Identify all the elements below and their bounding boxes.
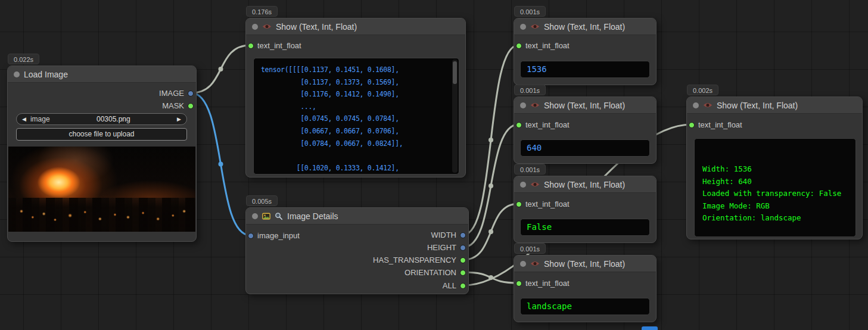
execution-time-badge: 0.001s <box>514 85 546 95</box>
execution-time-badge: 0.002s <box>687 85 718 95</box>
output-port-all[interactable] <box>460 283 466 289</box>
output-port-width[interactable] <box>460 232 466 238</box>
collapse-dot-icon[interactable] <box>520 261 526 267</box>
node-title-bar[interactable]: Show (Text, Int, Float) <box>514 18 656 35</box>
output-slot-width: WIDTH <box>246 229 468 241</box>
node-title-text: Show (Text, Int, Float) <box>717 101 798 110</box>
collapse-dot-icon[interactable] <box>14 71 20 77</box>
node-show-transparency[interactable]: 0.001s Show (Text, Int, Float) text_int_… <box>514 176 657 243</box>
node-title-bar[interactable]: Show (Text, Int, Float) <box>514 176 656 193</box>
input-label: text_int_float <box>525 279 570 288</box>
execution-time-badge: 0.001s <box>514 164 546 175</box>
comfyui-graph: { "app": "ComfyUI node graph", "colors":… <box>0 0 868 330</box>
input-slot-text-int-float: text_int_float <box>514 119 656 131</box>
node-title-bar[interactable]: Show (Text, Int, Float) <box>514 256 656 272</box>
collapse-dot-icon[interactable] <box>520 102 526 108</box>
details-output-box[interactable]: Width: 1536 Height: 640 Loaded with tran… <box>694 138 856 237</box>
node-show-all[interactable]: 0.002s Show (Text, Int, Float) text_int_… <box>686 96 863 239</box>
execution-time-badge: 0.176s <box>246 6 278 17</box>
input-port-text-int-float[interactable] <box>689 122 695 128</box>
image-icon <box>262 212 270 220</box>
node-title-bar[interactable]: Image Details <box>246 208 468 225</box>
node-load-image[interactable]: 0.022s Load Image IMAGE MASK ◀ image 003… <box>7 66 197 242</box>
collapse-dot-icon[interactable] <box>693 102 699 108</box>
image-filename-combo[interactable]: ◀ image 00305.png ▶ <box>16 113 187 125</box>
output-slot-mask: MASK <box>8 100 196 112</box>
tensor-output-text: tensor([[[[0.1137, 0.1451, 0.1608], [0.1… <box>254 58 459 175</box>
output-label: HAS_TRANSPARENCY <box>373 254 456 266</box>
execution-time-badge: 0.001s <box>514 6 546 17</box>
value-display[interactable]: 1536 <box>520 61 650 78</box>
eye-icon <box>530 260 540 267</box>
input-label: text_int_float <box>525 120 570 129</box>
node-image-details[interactable]: 0.005s Image Details image_input WIDTH H… <box>245 207 469 294</box>
output-slot-image: IMAGE <box>8 88 196 99</box>
node-title-text: Show (Text, Int, Float) <box>544 22 625 32</box>
execution-time-badge: 0.005s <box>246 195 278 206</box>
eye-icon <box>530 23 540 30</box>
input-label: text_int_float <box>257 41 301 50</box>
input-port-text-int-float[interactable] <box>516 122 522 128</box>
input-label: text_int_float <box>525 41 570 50</box>
magnifier-icon <box>275 212 283 220</box>
input-slot-text-int-float: text_int_float <box>246 40 465 52</box>
output-port-has-transparency[interactable] <box>460 257 466 263</box>
input-port-text-int-float[interactable] <box>516 201 522 207</box>
node-title-bar[interactable]: Show (Text, Int, Float) <box>514 97 656 114</box>
input-port-text-int-float[interactable] <box>516 281 522 287</box>
node-show-tensor[interactable]: 0.176s Show (Text, Int, Float) text_int_… <box>245 18 466 178</box>
node-title-text: Image Details <box>287 211 338 221</box>
output-label: IMAGE <box>159 88 184 99</box>
scrollbar-thumb[interactable] <box>453 61 457 84</box>
input-slot-text-int-float: text_int_float <box>514 198 656 210</box>
output-slot-all: ALL <box>246 280 468 292</box>
input-slot-text-int-float: text_int_float <box>514 278 656 289</box>
details-output-text: Width: 1536 Height: 640 Loaded with tran… <box>695 139 855 225</box>
node-title-bar[interactable]: Show (Text, Int, Float) <box>246 18 465 35</box>
input-label: text_int_float <box>698 120 742 129</box>
choose-file-button[interactable]: choose file to upload <box>16 128 187 141</box>
output-label: ALL <box>443 280 456 292</box>
input-slot-text-int-float: text_int_float <box>514 40 656 52</box>
input-port-text-int-float[interactable] <box>248 43 254 49</box>
tensor-output-box[interactable]: tensor([[[[0.1137, 0.1451, 0.1608], [0.1… <box>253 58 459 175</box>
input-port-text-int-float[interactable] <box>516 43 522 49</box>
output-label: ORIENTATION <box>405 267 456 279</box>
collapse-dot-icon[interactable] <box>252 24 258 30</box>
output-port-mask[interactable] <box>188 103 194 109</box>
combo-next-icon[interactable]: ▶ <box>177 116 181 122</box>
node-show-orientation[interactable]: 0.001s Show (Text, Int, Float) text_int_… <box>514 255 657 322</box>
input-label: text_int_float <box>525 200 570 208</box>
node-title-bar[interactable]: Show (Text, Int, Float) <box>687 97 862 114</box>
offscreen-node-edge[interactable] <box>642 326 658 330</box>
output-port-image[interactable] <box>188 91 194 96</box>
node-title-text: Load Image <box>24 70 68 79</box>
combo-value: 00305.png <box>50 115 177 123</box>
eye-icon <box>530 102 540 108</box>
scrollbar-track[interactable] <box>452 60 458 173</box>
collapse-dot-icon[interactable] <box>252 213 258 219</box>
eye-icon <box>703 102 713 108</box>
output-label: WIDTH <box>431 229 456 241</box>
combo-name: image <box>30 115 50 123</box>
eye-icon <box>262 23 272 30</box>
output-port-height[interactable] <box>460 245 466 251</box>
node-title-bar[interactable]: Load Image <box>8 66 196 83</box>
output-label: HEIGHT <box>427 242 456 254</box>
output-port-orientation[interactable] <box>460 270 466 276</box>
output-label: MASK <box>162 100 184 112</box>
collapse-dot-icon[interactable] <box>520 24 526 30</box>
node-show-height[interactable]: 0.001s Show (Text, Int, Float) text_int_… <box>514 96 657 164</box>
node-show-width[interactable]: 0.001s Show (Text, Int, Float) text_int_… <box>514 18 657 85</box>
value-display[interactable]: False <box>520 219 650 236</box>
node-title-text: Show (Text, Int, Float) <box>276 22 357 32</box>
output-slot-height: HEIGHT <box>246 242 468 254</box>
collapse-dot-icon[interactable] <box>520 182 526 188</box>
value-display[interactable]: 640 <box>520 139 650 157</box>
node-title-text: Show (Text, Int, Float) <box>544 259 625 269</box>
output-slot-orientation: ORIENTATION <box>246 267 468 279</box>
combo-prev-icon[interactable]: ◀ <box>22 116 26 122</box>
execution-time-badge: 0.001s <box>514 243 546 254</box>
image-preview <box>8 147 195 232</box>
value-display[interactable]: landscape <box>520 298 650 315</box>
